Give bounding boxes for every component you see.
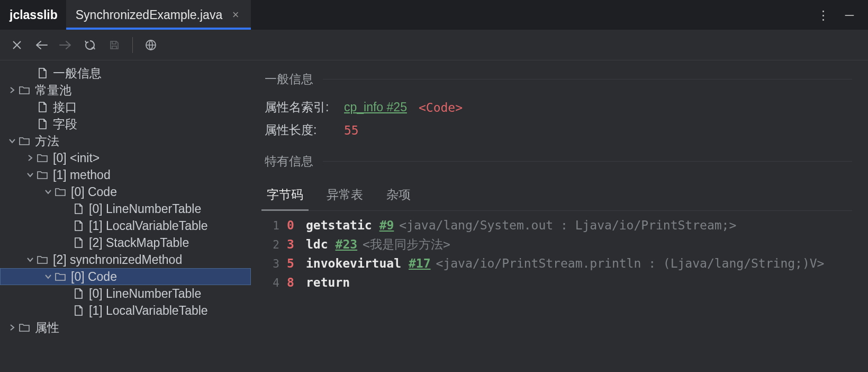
tree-item[interactable]: 一般信息 — [0, 65, 251, 82]
file-icon — [72, 304, 85, 317]
body-split: 一般信息常量池接口字段方法[0] <init>[1] method[0] Cod… — [0, 60, 868, 372]
file-icon — [72, 219, 85, 232]
attr-length-row: 属性长度: 55 — [265, 122, 852, 138]
folder-icon — [18, 321, 31, 334]
bytecode-opcode: ldc — [306, 235, 328, 254]
caret-placeholder — [24, 67, 36, 79]
caret-placeholder — [60, 203, 72, 215]
bytecode-desc: <java/lang/System.out : Ljava/io/PrintSt… — [399, 216, 736, 235]
caret-placeholder — [60, 288, 72, 299]
tree-item[interactable]: 常量池 — [0, 82, 251, 99]
close-button[interactable] — [5, 33, 29, 57]
line-number: 2 — [265, 236, 279, 254]
folder-icon — [18, 84, 31, 96]
tree-item-label: 方法 — [35, 133, 59, 149]
tree-item-label: 接口 — [53, 99, 77, 116]
file-icon — [36, 101, 49, 113]
tree-item[interactable]: [0] Code — [0, 268, 251, 285]
tree-item[interactable]: [1] LocalVariableTable — [0, 302, 251, 319]
caret-placeholder — [24, 101, 36, 113]
bytecode-opcode: return — [306, 273, 350, 292]
app-name: jclasslib — [7, 0, 66, 30]
tree-item-label: [0] LineNumberTable — [89, 202, 201, 216]
tree-item-label: [0] Code — [71, 270, 117, 284]
titlebar: jclasslib SynchronizedExample.java × ⋮ ─ — [0, 0, 868, 30]
bytecode-listing: 10getstatic#9<java/lang/System.out : Lja… — [265, 216, 852, 293]
tree-item[interactable]: [1] LocalVariableTable — [0, 217, 251, 234]
tree-item[interactable]: [1] method — [0, 166, 251, 183]
tree-item[interactable]: [2] synchronizedMethod — [0, 251, 251, 268]
section-specific: 特有信息 — [265, 153, 852, 170]
section-general-label: 一般信息 — [265, 71, 313, 87]
attr-name-index-link[interactable]: cp_info #25 — [344, 100, 407, 114]
tree-item[interactable]: [0] Code — [0, 183, 251, 200]
chevron-down-icon[interactable] — [24, 254, 36, 265]
chevron-right-icon[interactable] — [6, 84, 18, 96]
constant-pool-link[interactable]: #17 — [409, 254, 431, 273]
tree-item[interactable]: 方法 — [0, 132, 251, 149]
back-button[interactable] — [30, 33, 53, 57]
tree-pane: 一般信息常量池接口字段方法[0] <init>[1] method[0] Cod… — [0, 60, 251, 372]
bytecode-row: 48return — [265, 273, 852, 293]
constant-pool-link[interactable]: #23 — [336, 235, 358, 254]
chevron-down-icon[interactable] — [6, 135, 18, 147]
bytecode-offset: 8 — [287, 273, 297, 292]
bytecode-row: 10getstatic#9<java/lang/System.out : Lja… — [265, 216, 852, 235]
tree-item-label: [2] StackMapTable — [89, 236, 189, 250]
web-button[interactable] — [139, 33, 162, 57]
refresh-button[interactable] — [78, 33, 102, 57]
attr-length-value: 55 — [344, 123, 359, 137]
sub-tab[interactable]: 杂项 — [384, 181, 413, 210]
bytecode-desc: <java/io/PrintStream.println : (Ljava/la… — [436, 254, 825, 273]
more-icon[interactable]: ⋮ — [817, 8, 829, 22]
chevron-down-icon[interactable] — [24, 169, 36, 181]
save-button[interactable] — [103, 33, 126, 57]
tree-item-label: [0] LineNumberTable — [89, 287, 201, 301]
constant-pool-link[interactable]: #9 — [379, 216, 394, 235]
section-general: 一般信息 — [265, 71, 852, 87]
sub-tab[interactable]: 字节码 — [265, 181, 305, 210]
divider-line — [323, 79, 852, 79]
attr-name-index-tag: <Code> — [419, 101, 463, 114]
bytecode-offset: 3 — [287, 235, 297, 254]
tree-item[interactable]: [2] StackMapTable — [0, 234, 251, 251]
window-controls: ⋮ ─ — [804, 0, 868, 30]
close-tab-icon[interactable]: × — [230, 8, 241, 22]
chevron-down-icon[interactable] — [42, 186, 54, 198]
file-tab-label: SynchronizedExample.java — [76, 8, 222, 22]
attr-name-index-label: 属性名索引: — [265, 99, 344, 116]
divider-line — [323, 161, 852, 162]
tree-item[interactable]: 接口 — [0, 99, 251, 116]
folder-icon — [18, 135, 31, 147]
tree-item-label: [2] synchronizedMethod — [53, 253, 182, 267]
minimize-icon[interactable]: ─ — [844, 8, 855, 22]
chevron-right-icon[interactable] — [24, 152, 36, 164]
folder-icon — [36, 152, 49, 164]
toolbar-divider — [132, 37, 133, 53]
line-number: 1 — [265, 217, 279, 235]
tree-item[interactable]: [0] <init> — [0, 149, 251, 166]
tree-item-label: [0] <init> — [53, 151, 100, 165]
sub-tab[interactable]: 异常表 — [324, 181, 365, 210]
tree-item[interactable]: [0] LineNumberTable — [0, 200, 251, 217]
tree-item[interactable]: [0] LineNumberTable — [0, 285, 251, 302]
folder-icon — [36, 169, 49, 181]
chevron-down-icon[interactable] — [42, 271, 54, 282]
file-tab[interactable]: SynchronizedExample.java × — [66, 0, 251, 30]
bytecode-opcode: invokevirtual — [306, 254, 401, 273]
file-icon — [36, 118, 49, 130]
folder-icon — [36, 253, 49, 266]
tree-item-label: [1] LocalVariableTable — [89, 304, 208, 318]
tree-item-label: [0] Code — [71, 185, 117, 199]
forward-button[interactable] — [54, 33, 77, 57]
file-icon — [72, 236, 85, 249]
tree-item-label: [1] method — [53, 168, 111, 182]
tree-item[interactable]: 属性 — [0, 319, 251, 336]
toolbar — [0, 30, 868, 60]
chevron-right-icon[interactable] — [6, 322, 18, 333]
caret-placeholder — [24, 118, 36, 130]
attr-name-index-row: 属性名索引: cp_info #25 <Code> — [265, 99, 852, 116]
attr-length-label: 属性长度: — [265, 122, 344, 138]
sub-tabs: 字节码异常表杂项 — [265, 181, 852, 211]
tree-item[interactable]: 字段 — [0, 116, 251, 132]
